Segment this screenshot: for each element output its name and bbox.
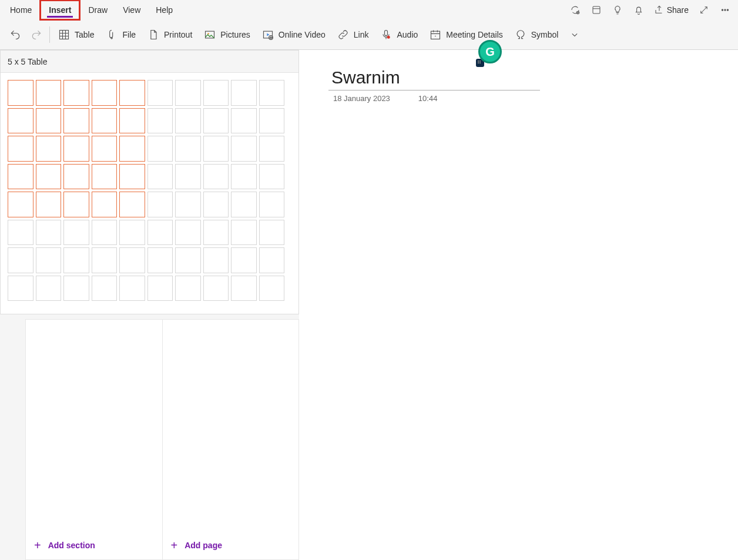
table-picker-cell[interactable] — [119, 247, 145, 273]
table-picker-cell[interactable] — [147, 247, 173, 273]
audio-button[interactable]: Audio — [374, 23, 424, 46]
menu-view[interactable]: View — [115, 1, 148, 19]
table-picker-cell[interactable] — [231, 247, 257, 273]
table-picker-cell[interactable] — [8, 192, 33, 217]
table-picker-cell[interactable] — [175, 136, 201, 162]
table-picker-cell[interactable] — [8, 80, 33, 106]
symbol-button[interactable]: Symbol — [509, 23, 565, 46]
table-picker-cell[interactable] — [36, 80, 62, 106]
table-picker-cell[interactable] — [63, 136, 89, 162]
table-picker-cell[interactable] — [259, 80, 285, 106]
table-picker-cell[interactable] — [119, 108, 145, 134]
table-picker-cell[interactable] — [36, 164, 62, 190]
table-picker-cell[interactable] — [63, 108, 89, 134]
grammarly-widget[interactable]: G — [476, 40, 503, 67]
table-picker-cell[interactable] — [63, 80, 89, 106]
table-picker-cell[interactable] — [63, 276, 89, 301]
table-picker-cell[interactable] — [259, 192, 285, 217]
table-picker-cell[interactable] — [119, 220, 145, 246]
menu-home[interactable]: Home — [2, 1, 39, 19]
pictures-button[interactable]: Pictures — [198, 23, 256, 46]
table-picker-cell[interactable] — [175, 80, 201, 106]
lightbulb-icon[interactable] — [607, 0, 628, 20]
table-picker-cell[interactable] — [36, 247, 62, 273]
table-picker-cell[interactable] — [8, 164, 33, 190]
fullscreen-icon[interactable] — [693, 0, 714, 20]
table-picker-cell[interactable] — [259, 276, 285, 301]
table-picker-cell[interactable] — [36, 136, 62, 162]
table-picker-cell[interactable] — [36, 220, 62, 246]
link-button[interactable]: Link — [331, 23, 375, 46]
table-picker-cell[interactable] — [259, 220, 285, 246]
feed-icon[interactable] — [586, 0, 607, 20]
table-picker-cell[interactable] — [36, 276, 62, 301]
table-picker-cell[interactable] — [175, 247, 201, 273]
table-picker-cell[interactable] — [8, 136, 33, 162]
table-picker-cell[interactable] — [119, 164, 145, 190]
table-picker-grid[interactable] — [1, 73, 298, 308]
table-picker-cell[interactable] — [231, 80, 257, 106]
table-picker-cell[interactable] — [203, 192, 229, 217]
printout-button[interactable]: Printout — [142, 23, 198, 46]
table-picker-cell[interactable] — [63, 192, 89, 217]
table-picker-cell[interactable] — [8, 108, 33, 134]
share-button[interactable]: Share — [649, 5, 693, 15]
table-picker-cell[interactable] — [259, 108, 285, 134]
table-picker-cell[interactable] — [231, 192, 257, 217]
table-picker-cell[interactable] — [92, 136, 118, 162]
menu-insert[interactable]: Insert — [39, 0, 80, 21]
file-button[interactable]: File — [100, 23, 142, 46]
table-picker-cell[interactable] — [36, 192, 62, 217]
table-picker-cell[interactable] — [92, 276, 118, 301]
table-picker-cell[interactable] — [147, 164, 173, 190]
table-picker-cell[interactable] — [36, 108, 62, 134]
ribbon-chevron-icon[interactable] — [564, 23, 585, 46]
table-picker-cell[interactable] — [175, 220, 201, 246]
redo-button[interactable] — [26, 23, 47, 46]
table-picker-cell[interactable] — [203, 164, 229, 190]
table-picker-cell[interactable] — [8, 220, 33, 246]
more-icon[interactable] — [714, 0, 736, 20]
page-title[interactable]: Swarnim — [299, 50, 738, 90]
table-picker-cell[interactable] — [8, 247, 33, 273]
menu-draw[interactable]: Draw — [80, 1, 115, 19]
bell-icon[interactable] — [628, 0, 649, 20]
table-picker-cell[interactable] — [119, 276, 145, 301]
table-button[interactable]: Table — [52, 23, 100, 46]
table-picker-cell[interactable] — [175, 192, 201, 217]
table-picker-cell[interactable] — [92, 164, 118, 190]
table-picker-cell[interactable] — [259, 164, 285, 190]
table-picker-cell[interactable] — [203, 220, 229, 246]
table-picker-cell[interactable] — [231, 136, 257, 162]
table-picker-cell[interactable] — [63, 164, 89, 190]
table-picker-cell[interactable] — [92, 80, 118, 106]
sync-icon[interactable] — [565, 0, 586, 20]
table-picker-cell[interactable] — [203, 247, 229, 273]
grammarly-icon[interactable]: G — [478, 40, 502, 63]
table-picker-cell[interactable] — [203, 276, 229, 301]
table-picker-cell[interactable] — [203, 136, 229, 162]
table-picker-cell[interactable] — [8, 276, 33, 301]
add-page-button[interactable]: + Add page — [163, 531, 299, 559]
table-picker-cell[interactable] — [231, 108, 257, 134]
table-picker-cell[interactable] — [259, 136, 285, 162]
page-canvas[interactable]: Swarnim 18 January 2023 10:44 — [299, 50, 738, 560]
table-picker-cell[interactable] — [147, 220, 173, 246]
table-picker-cell[interactable] — [203, 80, 229, 106]
table-picker-cell[interactable] — [92, 108, 118, 134]
table-picker-cell[interactable] — [92, 220, 118, 246]
table-picker-cell[interactable] — [147, 80, 173, 106]
table-picker-cell[interactable] — [175, 164, 201, 190]
undo-button[interactable] — [5, 23, 26, 46]
online-video-button[interactable]: Online Video — [256, 23, 331, 46]
menu-help[interactable]: Help — [148, 1, 180, 19]
table-picker-cell[interactable] — [175, 276, 201, 301]
table-picker-cell[interactable] — [147, 136, 173, 162]
table-picker-cell[interactable] — [119, 80, 145, 106]
table-picker-cell[interactable] — [231, 276, 257, 301]
table-picker-cell[interactable] — [63, 247, 89, 273]
table-picker-cell[interactable] — [147, 108, 173, 134]
table-picker-cell[interactable] — [147, 192, 173, 217]
table-picker-cell[interactable] — [92, 247, 118, 273]
table-picker-cell[interactable] — [203, 108, 229, 134]
